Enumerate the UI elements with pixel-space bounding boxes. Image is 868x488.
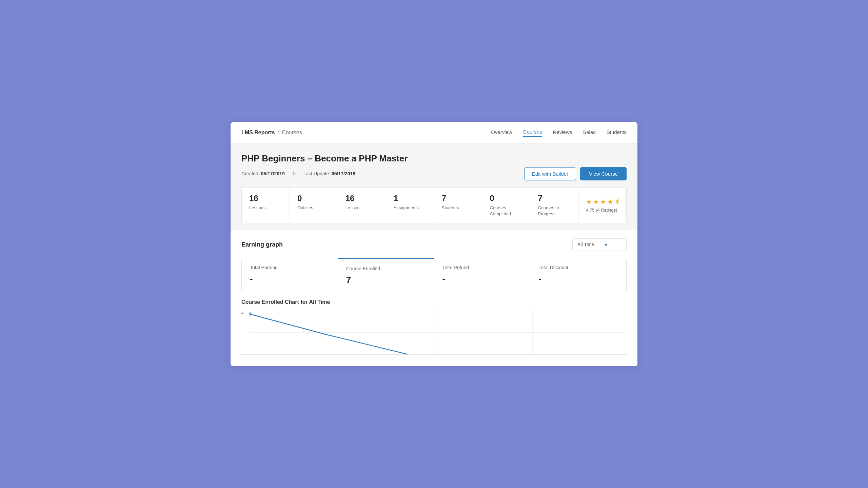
earning-section: Earning graph All Time ▾ Total Earning -… bbox=[231, 230, 637, 292]
stat-lessons: 16 Lessons bbox=[241, 187, 290, 223]
stat-in-progress-number: 7 bbox=[538, 194, 571, 203]
view-course-button[interactable]: View Course bbox=[580, 167, 627, 180]
nav-reviews[interactable]: Reviews bbox=[553, 129, 572, 136]
star-5: ⯨ bbox=[614, 198, 621, 206]
nav-sales[interactable]: Sales bbox=[583, 129, 596, 136]
earning-header: Earning graph All Time ▾ bbox=[241, 238, 627, 251]
metric-course-enrolled-value: 7 bbox=[346, 275, 426, 285]
stat-assignments-number: 1 bbox=[394, 194, 427, 203]
star-1: ★ bbox=[586, 198, 592, 206]
stat-lessons-label: Lessons bbox=[249, 205, 265, 210]
edit-with-builder-button[interactable]: Edit with Builder bbox=[524, 167, 576, 180]
time-period-dropdown[interactable]: All Time ▾ bbox=[572, 238, 627, 251]
breadcrumb-sub: Courses bbox=[282, 130, 302, 136]
course-meta-left: Created: 05/17/2019 ↻ Last Update: 05/17… bbox=[241, 171, 355, 176]
stat-completed-label: Courses Completed bbox=[490, 205, 511, 216]
stat-quizzes-label: Quizzes bbox=[297, 205, 313, 210]
metric-total-earning-label: Total Earning bbox=[250, 265, 330, 270]
dropdown-label: All Time bbox=[577, 242, 594, 247]
star-2: ★ bbox=[593, 198, 599, 206]
metric-total-discount-value: - bbox=[538, 274, 618, 284]
stat-students-number: 7 bbox=[442, 194, 475, 203]
stat-assignments: 1 Assignments bbox=[386, 187, 434, 223]
metric-total-discount-label: Total Discount bbox=[538, 265, 618, 270]
svg-point-2 bbox=[250, 312, 252, 315]
stat-lesson-number: 16 bbox=[346, 194, 378, 203]
breadcrumb: LMS Reports / Courses bbox=[241, 130, 302, 136]
app-title: LMS Reports bbox=[241, 130, 275, 136]
stat-lesson: 16 Lesson bbox=[338, 187, 386, 223]
top-nav: LMS Reports / Courses Overview Courses R… bbox=[231, 122, 637, 144]
last-update-label: Last Update: 05/17/2019 bbox=[303, 171, 355, 176]
chart-title: Course Enrolled Chart for All Time bbox=[241, 299, 627, 305]
stat-quizzes: 0 Quizzes bbox=[290, 187, 338, 223]
star-3: ★ bbox=[600, 198, 606, 206]
stat-lesson-label: Lesson bbox=[346, 205, 360, 210]
chart-area: 4 bbox=[241, 311, 627, 355]
chart-y-label: 4 bbox=[241, 311, 244, 315]
metric-total-refund-label: Total Refund bbox=[442, 265, 522, 270]
stars: ★ ★ ★ ★ ⯨ bbox=[586, 198, 619, 206]
stat-completed: 0 Courses Completed bbox=[482, 187, 530, 223]
refresh-icon: ↻ bbox=[292, 171, 296, 176]
course-actions: Edit with Builder View Course bbox=[524, 167, 627, 180]
stat-assignments-label: Assignments bbox=[394, 205, 419, 210]
metric-total-refund[interactable]: Total Refund - bbox=[434, 258, 531, 292]
rating-text: 4.75 (4 Ratings) bbox=[586, 208, 619, 213]
stat-in-progress-label: Courses in Progress bbox=[538, 205, 559, 216]
main-card: LMS Reports / Courses Overview Courses R… bbox=[231, 122, 637, 366]
chart-section: Course Enrolled Chart for All Time 4 bbox=[231, 292, 637, 355]
metric-total-earning[interactable]: Total Earning - bbox=[242, 258, 338, 292]
nav-overview[interactable]: Overview bbox=[491, 129, 512, 136]
stat-students: 7 Students bbox=[434, 187, 482, 223]
course-header: PHP Beginners – Become a PHP Master Crea… bbox=[231, 144, 637, 187]
stat-rating: ★ ★ ★ ★ ⯨ 4.75 (4 Ratings) bbox=[578, 187, 627, 223]
created-label: Created: 05/17/2019 bbox=[241, 171, 285, 176]
metric-course-enrolled[interactable]: Course Enrolled 7 bbox=[338, 258, 434, 292]
metric-total-discount[interactable]: Total Discount - bbox=[530, 258, 626, 292]
line-chart bbox=[250, 311, 627, 354]
nav-links: Overview Courses Reviews Sales Students bbox=[491, 129, 627, 137]
stat-in-progress: 7 Courses in Progress bbox=[530, 187, 578, 223]
metric-course-enrolled-label: Course Enrolled bbox=[346, 266, 426, 271]
course-meta: Created: 05/17/2019 ↻ Last Update: 05/17… bbox=[241, 167, 627, 180]
breadcrumb-sep: / bbox=[278, 130, 279, 136]
stats-row: 16 Lessons 0 Quizzes 16 Lesson 1 Assignm… bbox=[231, 187, 637, 230]
metric-total-refund-value: - bbox=[442, 274, 522, 284]
metric-cards: Total Earning - Course Enrolled 7 Total … bbox=[241, 258, 627, 292]
chevron-down-icon: ▾ bbox=[605, 241, 607, 248]
stat-lessons-number: 16 bbox=[249, 194, 282, 203]
stat-students-label: Students bbox=[442, 205, 459, 210]
course-title: PHP Beginners – Become a PHP Master bbox=[241, 153, 627, 164]
metric-total-earning-value: - bbox=[250, 274, 330, 284]
earning-title: Earning graph bbox=[241, 241, 283, 248]
stat-quizzes-number: 0 bbox=[297, 194, 330, 203]
nav-students[interactable]: Students bbox=[607, 129, 627, 136]
stat-completed-number: 0 bbox=[490, 194, 522, 203]
nav-courses[interactable]: Courses bbox=[523, 129, 542, 137]
star-4: ★ bbox=[607, 198, 613, 206]
